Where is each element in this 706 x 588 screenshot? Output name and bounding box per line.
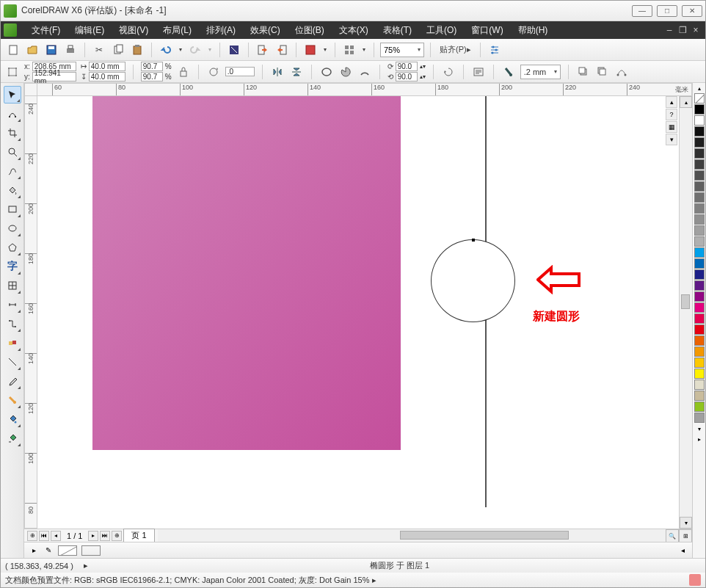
color-swatch[interactable] [694,159,705,170]
doc-close-button[interactable]: × [689,25,702,35]
outline-tool[interactable] [4,391,21,409]
nav-up-icon[interactable]: ▴ [666,96,677,108]
color-swatch[interactable] [694,192,705,203]
ellipse-object[interactable] [431,239,515,322]
color-swatch[interactable] [694,346,705,357]
zoom-tool[interactable] [4,143,21,161]
palette-down-icon[interactable]: ▾ [693,424,705,434]
add-page-before-icon[interactable]: ⊕ [27,531,37,541]
eyedropper-indicator-icon[interactable]: ✎ [43,545,54,556]
interactive-tool[interactable] [4,334,21,352]
color-swatch[interactable] [694,357,705,368]
color-swatch[interactable] [694,280,705,291]
export-icon[interactable] [274,42,290,58]
color-swatch[interactable] [694,302,705,313]
redo-icon[interactable] [187,42,203,58]
copy-icon[interactable] [110,42,126,58]
color-swatch[interactable] [694,313,705,324]
app-launcher-icon[interactable] [341,42,357,58]
import-icon[interactable] [255,42,271,58]
menu-view[interactable]: 视图(V) [112,24,156,37]
zoom-combo[interactable]: 75%▾ [380,43,424,57]
height-input[interactable]: 40.0 mm [89,72,125,81]
to-front-icon[interactable] [576,65,591,79]
undo-icon[interactable] [158,42,174,58]
snap-button[interactable]: 贴齐(P) ▸ [437,42,474,58]
color-swatch[interactable] [694,214,705,225]
menu-arrange[interactable]: 排列(A) [199,24,243,37]
new-icon[interactable] [5,42,21,58]
freehand-tool[interactable] [4,162,21,180]
options-icon[interactable] [487,42,503,58]
app-dropdown-icon[interactable]: ▾ [360,42,368,58]
user-icon[interactable] [689,574,701,586]
profile-next-icon[interactable]: ▸ [372,576,376,585]
palette-left-icon[interactable]: ◂ [677,545,688,556]
color-swatch[interactable] [694,170,705,181]
y-input[interactable]: 152.941 mm [32,72,76,81]
eyedropper-tool[interactable] [4,372,21,390]
paste-icon[interactable] [129,42,145,58]
nav-down-icon[interactable]: ▾ [666,134,677,145]
color-swatch[interactable] [694,137,705,148]
color-play-icon[interactable]: ▸ [29,545,39,556]
publish-dropdown-icon[interactable]: ▾ [321,42,329,58]
no-fill-swatch[interactable] [694,93,705,104]
color-swatch[interactable] [694,247,705,258]
horizontal-scrollbar[interactable] [158,529,666,542]
pick-tool[interactable] [4,86,21,104]
color-swatch[interactable] [694,236,705,247]
color-swatch[interactable] [694,104,705,115]
menu-effects[interactable]: 效果(C) [243,24,288,37]
lock-ratio-icon[interactable] [176,65,191,79]
menu-help[interactable]: 帮助(H) [511,24,556,37]
hscroll-thumb[interactable] [400,531,569,540]
horizontal-ruler[interactable]: 毫米 6080100120140160180200220240 [37,83,692,96]
mirror-v-icon[interactable] [289,65,304,79]
rotation-input[interactable]: .0 [225,67,255,76]
color-swatch[interactable] [694,413,705,423]
menu-tools[interactable]: 工具(O) [419,24,464,37]
palette-flyout-icon[interactable]: ▸ [693,434,705,444]
direction-icon[interactable] [441,65,456,79]
color-swatch[interactable] [694,369,705,379]
end-angle-input[interactable]: 90.0 [396,72,418,81]
object-manager-icon[interactable]: ▦ [666,121,677,133]
open-icon[interactable] [24,42,40,58]
color-swatch[interactable] [694,291,705,302]
wrap-text-icon[interactable] [471,65,486,79]
transparency-tool[interactable] [4,353,21,371]
add-page-after-icon[interactable]: ⊕ [112,531,122,541]
ruler-corner[interactable] [24,83,37,96]
ellipse-tool[interactable] [4,219,21,237]
color-swatch[interactable] [694,324,705,335]
color-swatch[interactable] [694,258,705,269]
ellipse-icon[interactable] [319,65,334,79]
text-tool[interactable]: 字 [4,258,21,275]
scroll-up-icon[interactable]: ▴ [680,96,692,108]
undo-dropdown-icon[interactable]: ▾ [177,42,184,58]
last-page-icon[interactable]: ⏭ [100,531,110,541]
doc-minimize-button[interactable]: – [663,25,676,35]
dimension-tool[interactable] [4,296,21,313]
fill-swatch[interactable] [81,545,101,556]
vertical-scrollbar[interactable]: ▴ ▾ [679,96,692,529]
search-icon[interactable] [226,42,242,58]
shape-tool[interactable] [4,105,21,123]
redo-dropdown-icon[interactable]: ▾ [206,42,214,58]
start-angle-input[interactable]: 90.0 [396,62,418,71]
connector-tool[interactable] [4,315,21,333]
prev-page-icon[interactable]: ◂ [51,531,61,541]
color-swatch[interactable] [694,380,705,390]
menu-bitmap[interactable]: 位图(B) [288,24,332,37]
outline-width-combo[interactable]: .2 mm▾ [520,65,561,79]
no-outline-swatch[interactable] [58,545,77,556]
scale-y-input[interactable]: 90.7 [141,72,163,81]
scale-x-input[interactable]: 90.7 [141,62,163,71]
menu-file[interactable]: 文件(F) [24,24,68,37]
zoom-out-icon[interactable]: 🔍 [666,529,679,542]
publish-pdf-icon[interactable] [302,42,319,58]
scroll-down-icon[interactable]: ▾ [680,517,692,529]
hints-icon[interactable]: ? [666,109,677,120]
table-tool[interactable] [4,277,21,294]
